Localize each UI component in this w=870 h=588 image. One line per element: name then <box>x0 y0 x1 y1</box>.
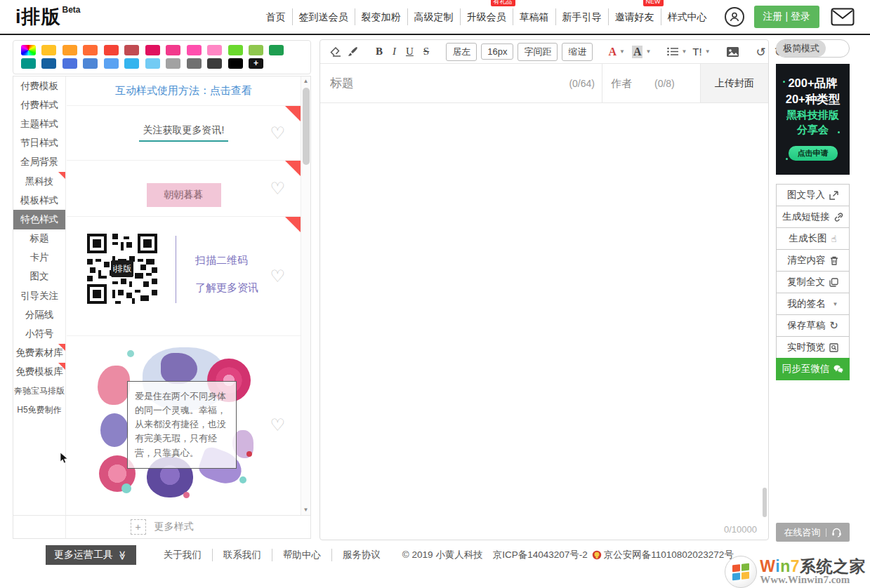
format-eraser-icon[interactable] <box>327 47 345 57</box>
import-content-button[interactable]: 图文导入 <box>776 184 850 206</box>
color-swatch[interactable] <box>62 58 77 69</box>
align-button[interactable]: 居左 <box>446 43 477 61</box>
my-signature-button[interactable]: 我的签名 ▼ <box>776 293 850 315</box>
ad-banner[interactable]: 200+品牌 20+种类型 黑科技排版 分享会 点击申请 <box>776 64 850 175</box>
mail-icon[interactable] <box>831 8 855 26</box>
icp-number[interactable]: 京ICP备14043207号-2 <box>493 549 588 561</box>
style-item-pink-title[interactable]: 朝朝暮暮 ♡ <box>67 161 301 217</box>
nav-item-guide[interactable]: 新手引导 <box>555 8 608 25</box>
sidebar-item-follow-guide[interactable]: 引导关注 <box>13 286 65 305</box>
scrollbar-thumb[interactable] <box>303 88 310 165</box>
add-color-swatch[interactable]: + <box>249 58 263 69</box>
color-swatch[interactable] <box>21 58 36 69</box>
underline-button[interactable]: U <box>401 46 418 58</box>
register-login-button[interactable]: 注册 | 登录 <box>754 6 819 28</box>
bold-button[interactable]: B <box>371 46 388 58</box>
author-input[interactable] <box>611 77 647 89</box>
color-swatch[interactable] <box>104 45 119 55</box>
sidebar-item-paid-styles[interactable]: 付费样式 <box>13 95 65 114</box>
styles-panel-scrollbar[interactable]: ▲ ▼ <box>301 76 310 515</box>
style-item-qr[interactable]: i排版 扫描二维码 了解更多资讯 ♡ <box>67 217 301 336</box>
sidebar-item-cards[interactable]: 卡片 <box>13 248 65 267</box>
heart-icon[interactable]: ♡ <box>270 180 285 197</box>
color-swatch[interactable] <box>83 45 98 55</box>
sidebar-item-template-styles[interactable]: 模板样式 <box>13 191 65 210</box>
nav-item-fission[interactable]: 裂变加粉 <box>355 8 407 25</box>
color-swatch[interactable] <box>249 45 263 55</box>
nav-item-upgrade[interactable]: 升级会员 有礼品 <box>460 8 513 25</box>
color-swatch[interactable] <box>124 45 139 55</box>
font-size-button[interactable]: 16px <box>481 44 513 60</box>
insert-image-button[interactable] <box>723 46 742 58</box>
sidebar-item-global-bg[interactable]: 全局背景 <box>13 153 65 172</box>
sync-to-wechat-button[interactable]: 同步至微信 <box>776 358 850 380</box>
list-button[interactable]: ▼ <box>664 47 690 56</box>
nav-item-custom[interactable]: 高级定制 <box>407 8 460 25</box>
sidebar-item-image-text[interactable]: 图文 <box>13 267 65 286</box>
color-swatch[interactable] <box>166 45 180 55</box>
footer-link-contact[interactable]: 联系我们 <box>212 549 272 561</box>
ad-cta-button[interactable]: 点击申请 <box>789 146 838 161</box>
italic-button[interactable]: I <box>388 46 401 58</box>
save-draft-button[interactable]: 保存草稿 ↻ <box>776 314 850 337</box>
style-item-flower-quote[interactable]: 爱是住在两个不同身体的同一个灵魂。幸福，从来都没有捷径，也没有完美无瑕，只有经营… <box>67 336 301 514</box>
title-input[interactable] <box>330 76 562 91</box>
editor-content-area[interactable] <box>320 104 768 519</box>
sidebar-item-holiday-styles[interactable]: 节日样式 <box>13 134 65 153</box>
color-swatch[interactable] <box>166 58 180 69</box>
upload-cover-button[interactable]: 上传封面 <box>700 64 768 102</box>
sidebar-item-symbols[interactable]: 小符号 <box>13 324 65 343</box>
sidebar-item-black-tech[interactable]: 黑科技 <box>13 172 65 191</box>
sidebar-item-dividers[interactable]: 分隔线 <box>13 305 65 324</box>
copy-all-button[interactable]: 复制全文 <box>776 271 850 293</box>
sidebar-item-paid-templates[interactable]: 付费模板 <box>13 76 65 95</box>
sidebar-item-h5-free[interactable]: H5免费制作 <box>13 401 65 420</box>
color-swatch[interactable] <box>145 58 160 69</box>
more-tools-button[interactable]: 更多运营工具 ≫ <box>46 545 136 565</box>
heart-icon[interactable]: ♡ <box>270 417 285 434</box>
short-link-button[interactable]: 生成短链接 <box>776 206 850 228</box>
heart-icon[interactable]: ♡ <box>270 125 285 142</box>
interactive-styles-help-link[interactable]: 互动样式使用方法：点击查看 <box>67 76 301 106</box>
color-swatch[interactable] <box>269 45 284 55</box>
bg-color-button[interactable]: A ▼ <box>628 46 654 58</box>
nav-item-invite[interactable]: 邀请好友 NEW <box>608 8 661 25</box>
strikethrough-button[interactable]: S <box>418 46 434 58</box>
text-style-button[interactable]: T! ▼ <box>690 46 713 58</box>
heart-icon[interactable]: ♡ <box>270 268 285 285</box>
footer-link-help[interactable]: 帮助中心 <box>272 549 331 561</box>
color-swatch[interactable] <box>104 58 119 69</box>
indent-button[interactable]: 缩进 <box>562 43 593 61</box>
color-swatch[interactable] <box>207 45 222 55</box>
color-swatch[interactable] <box>41 58 56 69</box>
sidebar-item-theme-styles[interactable]: 主题样式 <box>13 114 65 133</box>
online-service-button[interactable]: 在线咨询 <box>776 523 850 542</box>
minimal-mode-toggle[interactable]: 极简模式 <box>776 39 850 58</box>
nav-item-checkin[interactable]: 签到送会员 <box>292 8 355 25</box>
color-swatch[interactable] <box>83 58 98 69</box>
sidebar-item-benz-bmw[interactable]: 奔驰宝马排版 <box>13 382 65 401</box>
letter-spacing-button[interactable]: 字间距 <box>518 43 558 61</box>
clear-content-button[interactable]: 清空内容 <box>776 249 850 272</box>
color-swatch[interactable] <box>187 45 202 55</box>
sidebar-item-free-templates[interactable]: 免费模板库 <box>13 363 65 382</box>
sidebar-item-free-materials[interactable]: 免费素材库 <box>13 344 65 363</box>
editor-scrollbar-thumb[interactable] <box>763 488 767 517</box>
font-color-button[interactable]: A ▼ <box>605 46 628 58</box>
color-swatch[interactable] <box>228 58 243 69</box>
footer-link-terms[interactable]: 服务协议 <box>331 549 391 561</box>
format-brush-icon[interactable] <box>345 46 361 57</box>
footer-link-about[interactable]: 关于我们 <box>153 549 212 561</box>
color-swatch[interactable] <box>187 58 202 69</box>
nav-item-style-center[interactable]: 样式中心 <box>661 8 713 25</box>
avatar-icon[interactable] <box>725 7 744 27</box>
style-item-follow[interactable]: 关注获取更多资讯! ♡ <box>67 106 301 161</box>
scroll-down-icon[interactable]: ▼ <box>301 505 310 515</box>
live-preview-button[interactable]: 实时预览 <box>776 336 850 359</box>
sidebar-item-featured-styles[interactable]: 特色样式 <box>13 210 65 229</box>
color-wheel-swatch[interactable] <box>21 45 36 55</box>
nav-item-drafts[interactable]: 草稿箱 <box>513 8 555 25</box>
scroll-up-icon[interactable]: ▲ <box>301 76 310 86</box>
color-swatch[interactable] <box>62 45 77 55</box>
color-swatch[interactable] <box>145 45 160 55</box>
